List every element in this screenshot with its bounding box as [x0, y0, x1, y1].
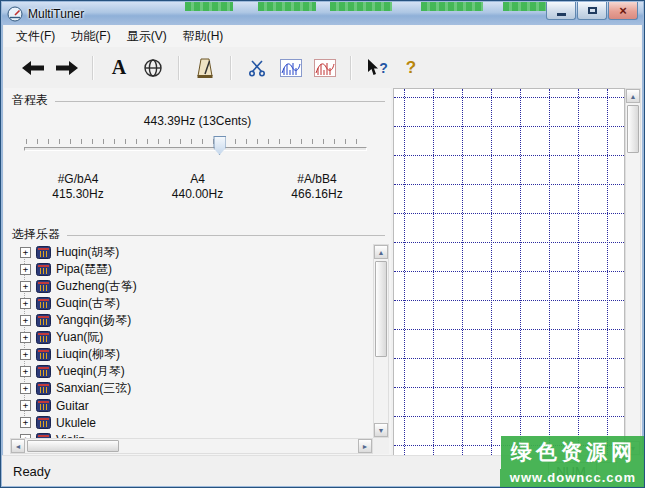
tree-item-label: Liuqin(柳琴) [56, 346, 120, 363]
expand-icon[interactable]: + [20, 366, 31, 377]
tree-horizontal-scrollbar[interactable]: ◄ ► [10, 438, 373, 454]
instrument-section-header: 选择乐器 [12, 226, 385, 243]
slider-thumb[interactable] [213, 136, 226, 155]
grid-line [394, 271, 624, 272]
toolbar-separator [92, 56, 94, 80]
background-artifact [421, 2, 483, 11]
menu-file[interactable]: 文件(F) [8, 25, 63, 48]
grid-line [433, 89, 434, 455]
display-vertical-scrollbar[interactable]: ▲ ▼ [625, 88, 641, 456]
expand-icon[interactable]: + [20, 332, 31, 343]
expand-icon[interactable]: + [20, 349, 31, 360]
grid-line [394, 242, 624, 243]
tree-item[interactable]: + Yueqin(月琴) [10, 363, 373, 380]
tree-item[interactable]: + Liuqin(柳琴) [10, 346, 373, 363]
metronome-button[interactable] [190, 54, 220, 82]
spectrum-red-button[interactable] [310, 54, 340, 82]
tree-item[interactable]: + Guitar [10, 397, 373, 414]
expand-icon[interactable]: + [20, 281, 31, 292]
cut-button[interactable] [242, 54, 272, 82]
expand-icon[interactable]: + [20, 383, 31, 394]
menu-help[interactable]: 帮助(H) [175, 25, 232, 48]
note-name-button[interactable]: A [104, 54, 134, 82]
tree-item[interactable]: + Pipa(琵琶) [10, 261, 373, 278]
window-title: MultiTuner [28, 7, 84, 21]
tree-item-label: Yangqin(扬琴) [56, 312, 131, 329]
note-name: A4 [140, 172, 256, 187]
scroll-up-button[interactable]: ▲ [626, 89, 640, 103]
grid-line [404, 89, 405, 455]
tree-item-label: Yuan(阮) [56, 329, 103, 346]
help-question-icon: ? [406, 58, 416, 78]
tree-item-label: Huqin(胡琴) [56, 244, 119, 261]
instrument-icon [36, 296, 51, 311]
tree-item[interactable]: + Violin [10, 431, 373, 438]
scroll-up-button[interactable]: ▲ [374, 245, 388, 259]
instrument-section-title: 选择乐器 [12, 226, 60, 243]
context-help-button[interactable]: ? [362, 54, 392, 82]
forward-arrow-button[interactable] [52, 54, 82, 82]
grid-line [394, 213, 624, 214]
expand-icon[interactable]: + [20, 298, 31, 309]
grid-line [394, 300, 624, 301]
pitch-section-header: 音程表 [12, 92, 385, 109]
titlebar[interactable]: MultiTuner × [2, 2, 643, 25]
grid-line [607, 89, 608, 455]
scroll-left-button[interactable]: ◄ [11, 439, 25, 453]
header-rule [55, 101, 385, 102]
scrollbar-thumb[interactable] [627, 105, 639, 153]
scroll-down-button[interactable]: ▼ [374, 423, 388, 437]
tree-item[interactable]: + Huqin(胡琴) [10, 244, 373, 261]
background-artifact [330, 2, 392, 11]
tree-item[interactable]: + Guqin(古琴) [10, 295, 373, 312]
help-button[interactable]: ? [396, 54, 426, 82]
tree-item-label: Pipa(琵琶) [56, 261, 112, 278]
tree-item[interactable]: + Yangqin(扬琴) [10, 312, 373, 329]
maximize-button[interactable] [577, 2, 607, 20]
note-frequency: 440.00Hz [140, 187, 256, 202]
instrument-tree: + Huqin(胡琴) + Pipa(琵琶) + [10, 244, 373, 438]
scrollbar-thumb[interactable] [375, 261, 387, 357]
minimize-button[interactable] [546, 2, 576, 20]
expand-icon[interactable]: + [20, 315, 31, 326]
grid-line [520, 89, 521, 455]
temperament-button[interactable] [138, 54, 168, 82]
slider-track[interactable] [24, 147, 367, 151]
toolbar-separator [178, 56, 180, 80]
metronome-icon [196, 57, 214, 79]
scrollbar-thumb[interactable] [27, 440, 119, 452]
background-artifact [185, 2, 233, 11]
expand-icon[interactable]: + [20, 247, 31, 258]
grid-line [394, 358, 624, 359]
watermark-url: www.downcc.com [500, 469, 644, 487]
expand-icon[interactable]: + [20, 417, 31, 428]
spectrum-blue-button[interactable] [276, 54, 306, 82]
tree-item[interactable]: + Yuan(阮) [10, 329, 373, 346]
pitch-slider: 443.39Hz (13Cents) [14, 114, 381, 162]
app-icon[interactable] [7, 6, 23, 22]
tree-item[interactable]: + Guzheng(古筝) [10, 278, 373, 295]
menu-function[interactable]: 功能(F) [63, 25, 118, 48]
back-arrow-button[interactable] [18, 54, 48, 82]
tree-vertical-scrollbar[interactable]: ▲ ▼ [373, 244, 389, 438]
minimize-icon [557, 13, 566, 16]
grid-line [578, 89, 579, 455]
window-controls: × [546, 2, 638, 20]
grid-line [394, 387, 624, 388]
scissors-icon [248, 59, 266, 77]
tree-item-label: Sanxian(三弦) [56, 380, 131, 397]
expand-icon[interactable]: + [20, 434, 31, 438]
note-name: #G/bA4 [20, 172, 136, 187]
expand-icon[interactable]: + [20, 400, 31, 411]
slider-ticks [26, 139, 365, 144]
forward-arrow-icon [56, 61, 78, 75]
tree-item[interactable]: + Ukulele [10, 414, 373, 431]
expand-icon[interactable]: + [20, 264, 31, 275]
menu-view[interactable]: 显示(V) [119, 25, 175, 48]
toolbar-separator [350, 56, 352, 80]
tree-item[interactable]: + Sanxian(三弦) [10, 380, 373, 397]
close-button[interactable]: × [608, 2, 638, 20]
tuning-panel: 音程表 443.39Hz (13Cents) #G/bA4 415.30Hz A… [4, 88, 391, 456]
menubar: 文件(F) 功能(F) 显示(V) 帮助(H) [4, 25, 641, 48]
scroll-right-button[interactable]: ► [358, 439, 372, 453]
